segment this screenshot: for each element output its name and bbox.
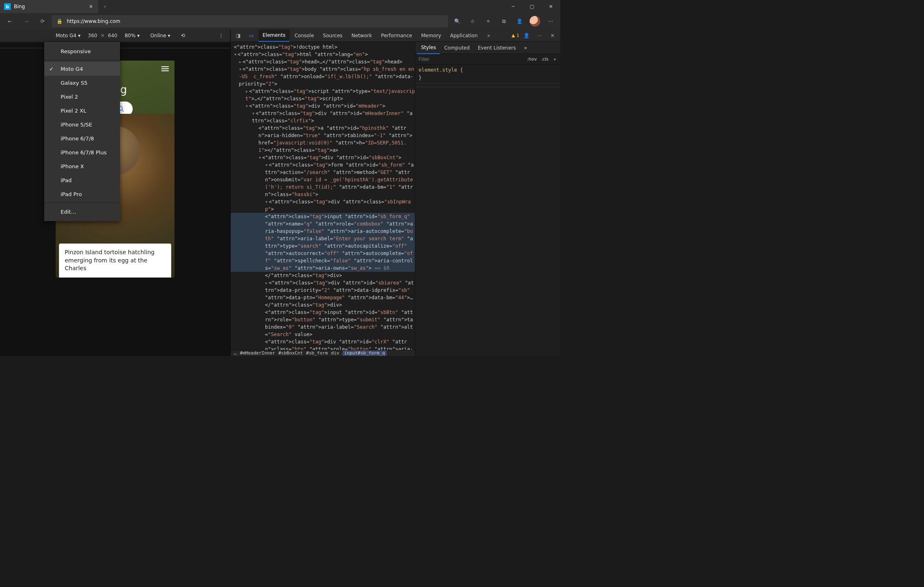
device-option-pixel-2[interactable]: Pixel 2 (44, 90, 120, 104)
styles-list[interactable]: element.style {}</span><div><span class=… (415, 65, 560, 356)
device-dropdown: Responsive ✓ Moto G4 Galaxy S5 Pixel 2 P… (44, 42, 120, 221)
lock-icon: 🔒 (57, 18, 63, 24)
reading-icon[interactable]: 👤 (512, 14, 527, 29)
url-input[interactable]: 🔒 https://www.bing.com (52, 15, 448, 27)
tab-event-listeners[interactable]: Event Listeners (474, 42, 520, 54)
device-mode-icon[interactable]: ▭ (245, 29, 258, 42)
warnings-badge[interactable]: ▲ 1 (512, 33, 519, 38)
tab-network[interactable]: Network (347, 29, 376, 42)
styles-tabs: Styles Computed Event Listeners » (415, 42, 560, 54)
tabs-more-icon[interactable]: » (482, 29, 495, 42)
more-icon[interactable]: ⋯ (543, 14, 558, 29)
device-toolbar-more-icon[interactable]: ⋮ (215, 32, 227, 39)
inspect-icon[interactable]: ◨ (232, 29, 245, 42)
tab-computed[interactable]: Computed (440, 42, 473, 54)
nav-forward-icon[interactable]: → (19, 14, 34, 29)
device-option-pixel-2-xl[interactable]: Pixel 2 XL (44, 104, 120, 117)
tab-elements[interactable]: Elements (258, 29, 290, 42)
device-option-iphone-678[interactable]: iPhone 6/7/8 (44, 131, 120, 145)
elements-breadcrumb[interactable]: … #mHeaderInner #sbBoxCnt #sb_form div i… (231, 350, 415, 356)
device-option-galaxy-s5[interactable]: Galaxy S5 (44, 76, 120, 90)
collections-icon[interactable]: ⧉ (496, 14, 511, 29)
window-close-icon[interactable]: ✕ (541, 0, 560, 13)
window-titlebar: b Bing ✕ ＋ ─ ▢ ✕ (0, 0, 560, 13)
device-option-edit[interactable]: Edit… (44, 205, 120, 219)
styles-tabs-more-icon[interactable]: » (520, 42, 531, 54)
device-option-responsive[interactable]: Responsive (44, 44, 120, 58)
window-minimize-icon[interactable]: ─ (504, 0, 523, 13)
tab-close-icon[interactable]: ✕ (88, 3, 94, 10)
viewport-height[interactable]: 640 (108, 33, 118, 38)
window-maximize-icon[interactable]: ▢ (523, 0, 541, 13)
cls-toggle[interactable]: .cls (541, 56, 548, 62)
tab-styles[interactable]: Styles (417, 42, 440, 54)
tab-console[interactable]: Console (290, 29, 318, 42)
nav-back-icon[interactable]: ← (2, 14, 17, 29)
device-select[interactable]: Moto G4 ▾ (52, 32, 84, 39)
svg-line-3 (122, 110, 124, 112)
devtools-close-icon[interactable]: ✕ (546, 29, 559, 42)
profile-avatar[interactable] (528, 14, 542, 29)
device-option-iphone-5-se[interactable]: iPhone 5/SE (44, 117, 120, 131)
url-text: https://www.bing.com (67, 18, 120, 24)
tab-title: Bing (14, 4, 84, 9)
tab-sources[interactable]: Sources (319, 29, 346, 42)
tab-performance[interactable]: Performance (377, 29, 416, 42)
new-style-rule-icon[interactable]: ＋ (553, 56, 557, 62)
zoom-select[interactable]: 80% ▾ (121, 32, 143, 39)
new-tab-button[interactable]: ＋ (98, 0, 111, 13)
favorite-icon[interactable]: ☆ (465, 14, 480, 29)
device-option-ipad[interactable]: iPad (44, 173, 120, 187)
hamburger-icon[interactable] (161, 66, 169, 71)
browser-tab[interactable]: b Bing ✕ (0, 0, 98, 13)
settings-icon[interactable]: ⋯ (533, 29, 546, 42)
device-option-iphone-x[interactable]: iPhone X (44, 159, 120, 173)
tab-memory[interactable]: Memory (417, 29, 445, 42)
device-option-moto-g4[interactable]: ✓ Moto G4 (44, 62, 120, 76)
devtools-tabs: ◨ ▭ Elements Console Sources Network Per… (231, 29, 560, 42)
hov-toggle[interactable]: :hov (527, 56, 537, 62)
styles-filter-input[interactable] (419, 56, 523, 62)
feedback-icon[interactable]: 👤 (520, 29, 532, 42)
tab-favicon: b (4, 3, 11, 10)
check-icon: ✓ (49, 66, 54, 72)
device-toolbar: Moto G4 ▾ 360 ✕ 640 80% ▾ Online ▾ ⟲ ⋮ R… (0, 29, 230, 42)
device-option-ipad-pro[interactable]: iPad Pro (44, 187, 120, 201)
device-option-iphone-678-plus[interactable]: iPhone 6/7/8 Plus (44, 145, 120, 159)
tab-application[interactable]: Application (446, 29, 482, 42)
favorites-bar-icon[interactable]: ✧ (481, 14, 496, 29)
viewport-width[interactable]: 360 (88, 33, 97, 38)
zoom-icon[interactable]: 🔍 (450, 14, 464, 29)
address-bar: ← → ⟳ 🔒 https://www.bing.com 🔍 ☆ ✧ ⧉ 👤 ⋯ (0, 13, 560, 29)
image-caption: Pinzon Island tortoise hatchling emergin… (59, 244, 171, 278)
throttling-select[interactable]: Online ▾ (147, 32, 174, 39)
nav-refresh-icon[interactable]: ⟳ (35, 14, 50, 29)
rotate-icon[interactable]: ⟲ (178, 32, 188, 39)
elements-tree[interactable]: <"attrn">class="tag">!doctype html><"att… (231, 42, 415, 350)
